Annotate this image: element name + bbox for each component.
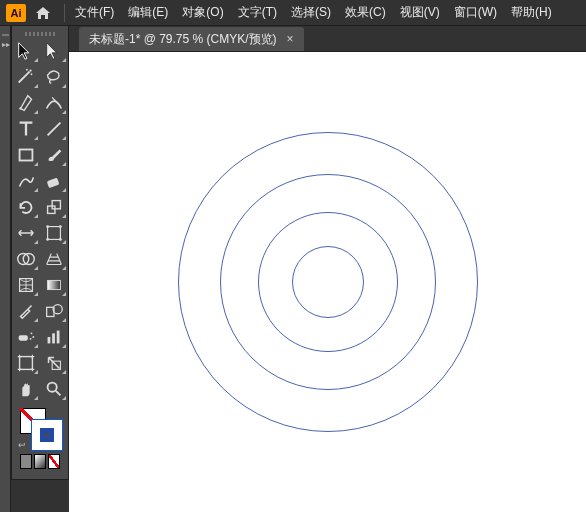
tool-lasso[interactable]: [40, 64, 68, 90]
document-tab[interactable]: 未标题-1* @ 79.75 % (CMYK/预览) ×: [79, 27, 304, 51]
svg-rect-7: [52, 201, 60, 209]
svg-point-28: [48, 383, 57, 392]
tool-rectangle[interactable]: [12, 142, 40, 168]
tool-line-segment[interactable]: [40, 116, 68, 142]
svg-rect-23: [48, 337, 51, 343]
menu-view[interactable]: 视图(V): [400, 4, 440, 21]
document-tab-title: 未标题-1* @ 79.75 % (CMYK/预览): [89, 31, 277, 48]
app-logo: Ai: [6, 4, 26, 22]
menu-separator: [64, 4, 65, 22]
tool-curvature[interactable]: [40, 90, 68, 116]
tool-selection[interactable]: [12, 38, 40, 64]
none-mode-button[interactable]: [48, 454, 60, 469]
svg-point-9: [46, 225, 49, 228]
svg-rect-19: [19, 335, 28, 341]
home-icon[interactable]: [32, 6, 54, 20]
fill-stroke-area: ↩: [12, 402, 68, 473]
tool-perspective-grid[interactable]: [40, 246, 68, 272]
swap-fill-stroke-icon[interactable]: ↩: [18, 440, 26, 450]
tool-eraser[interactable]: [40, 168, 68, 194]
menu-select[interactable]: 选择(S): [291, 4, 331, 21]
svg-rect-24: [52, 333, 55, 343]
svg-point-20: [31, 332, 33, 334]
tool-rotate[interactable]: [12, 194, 40, 220]
tool-artboard[interactable]: [12, 350, 40, 376]
svg-point-21: [32, 336, 34, 338]
tool-slice[interactable]: [40, 350, 68, 376]
menu-type[interactable]: 文字(T): [238, 4, 277, 21]
tool-symbol-sprayer[interactable]: [12, 324, 40, 350]
svg-rect-4: [20, 150, 33, 161]
svg-rect-8: [48, 227, 61, 240]
svg-point-1: [26, 69, 28, 71]
svg-rect-6: [48, 206, 55, 213]
tool-eyedropper[interactable]: [12, 298, 40, 324]
tool-magic-wand[interactable]: [12, 64, 40, 90]
tool-scale[interactable]: [40, 194, 68, 220]
svg-point-22: [30, 338, 32, 340]
svg-point-2: [31, 73, 33, 75]
tool-shaper[interactable]: [12, 168, 40, 194]
tools-panel: ↩: [11, 26, 69, 480]
tool-free-transform[interactable]: [40, 220, 68, 246]
fill-stroke-swatch[interactable]: ↩: [20, 408, 60, 448]
svg-point-3: [19, 107, 21, 109]
svg-point-10: [59, 225, 62, 228]
svg-point-0: [29, 69, 31, 71]
dock-handle-icon: [2, 34, 9, 36]
gradient-mode-button[interactable]: [34, 454, 46, 469]
close-icon[interactable]: ×: [287, 32, 294, 46]
color-mode-button[interactable]: [20, 454, 32, 469]
tool-mesh[interactable]: [12, 272, 40, 298]
menu-items: 文件(F) 编辑(E) 对象(O) 文字(T) 选择(S) 效果(C) 视图(V…: [75, 4, 552, 21]
menu-edit[interactable]: 编辑(E): [128, 4, 168, 21]
svg-point-11: [46, 238, 49, 241]
tool-type[interactable]: [12, 116, 40, 142]
ring: [292, 246, 364, 318]
svg-rect-16: [48, 280, 61, 289]
svg-rect-25: [57, 331, 60, 344]
menu-object[interactable]: 对象(O): [182, 4, 223, 21]
dock-strip[interactable]: ▸▸: [0, 26, 11, 512]
artwork: [178, 132, 478, 432]
menu-window[interactable]: 窗口(W): [454, 4, 497, 21]
tool-gradient[interactable]: [40, 272, 68, 298]
stroke-swatch[interactable]: [34, 422, 60, 448]
dock-expand-icon: ▸▸: [2, 40, 10, 49]
tool-zoom[interactable]: [40, 376, 68, 402]
stroke-swatch-inner: [40, 428, 54, 442]
tool-pen[interactable]: [12, 90, 40, 116]
menu-effect[interactable]: 效果(C): [345, 4, 386, 21]
tool-paintbrush[interactable]: [40, 142, 68, 168]
tool-shape-builder[interactable]: [12, 246, 40, 272]
tool-column-graph[interactable]: [40, 324, 68, 350]
svg-rect-26: [20, 357, 33, 370]
panel-grip-icon[interactable]: [12, 30, 68, 38]
menu-file[interactable]: 文件(F): [75, 4, 114, 21]
tool-width[interactable]: [12, 220, 40, 246]
menubar: Ai 文件(F) 编辑(E) 对象(O) 文字(T) 选择(S) 效果(C) 视…: [0, 0, 586, 26]
svg-rect-5: [47, 178, 60, 189]
menu-help[interactable]: 帮助(H): [511, 4, 552, 21]
document-tab-strip: 未标题-1* @ 79.75 % (CMYK/预览) ×: [69, 26, 586, 52]
canvas[interactable]: [69, 52, 586, 512]
tool-hand[interactable]: [12, 376, 40, 402]
tool-direct-selection[interactable]: [40, 38, 68, 64]
tool-blend[interactable]: [40, 298, 68, 324]
